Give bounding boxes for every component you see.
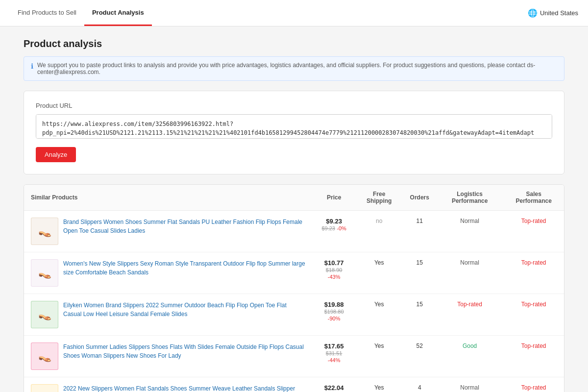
sales-value: Top-rated [521, 301, 546, 308]
logistics-value: Normal [460, 218, 479, 224]
logistics-value: Normal [460, 259, 479, 266]
table-row: 👡 Eilyken Women Brand Slippers 2022 Summ… [24, 294, 564, 336]
main-content: Product analysis ℹ We support you to pas… [10, 26, 578, 392]
price-details: $18.90 -43% [319, 267, 348, 280]
sales-value: Top-rated [521, 343, 546, 349]
product-cell: 👡 Eilyken Women Brand Slippers 2022 Summ… [24, 294, 313, 336]
col-header-logistics: Logistics Performance [436, 185, 503, 211]
url-card: Product URL Analyze [24, 91, 564, 174]
price-cell: $10.77 $18.90 -43% [313, 252, 355, 294]
sales-cell: Top-rated [503, 211, 564, 252]
shipping-value: Yes [374, 301, 384, 308]
sales-cell: Top-rated [503, 336, 564, 377]
product-thumbnail: 👡 [31, 384, 58, 392]
col-header-sales: Sales Performance [503, 185, 564, 211]
price-discount: -90% [328, 316, 341, 321]
price-current: $17.65 [319, 343, 348, 350]
results-table: Similar Products Price Free Shipping Ord… [24, 185, 564, 392]
price-details: $198.80 -90% [319, 308, 348, 322]
product-name-link[interactable]: Women's New Style Slippers Sexy Roman St… [63, 259, 306, 277]
table-header-row: Similar Products Price Free Shipping Ord… [24, 185, 564, 211]
product-thumbnail: 👡 [31, 259, 58, 287]
orders-cell: 52 [403, 336, 436, 377]
price-original: $31.51 [326, 350, 343, 356]
col-header-orders: Orders [403, 185, 436, 211]
orders-value: 15 [416, 301, 423, 308]
sales-value: Top-rated [521, 259, 546, 266]
tab-product-analysis[interactable]: Product Analysis [84, 0, 152, 26]
price-current: $19.88 [319, 301, 348, 308]
price-cell: $19.88 $198.80 -90% [313, 294, 355, 336]
orders-cell: 15 [403, 294, 436, 336]
logistics-cell: Normal [436, 211, 503, 252]
info-icon: ℹ [31, 62, 33, 70]
product-cell: 👡 Fashion Summer Ladies Slippers Shoes F… [24, 336, 313, 377]
logistics-value: Normal [460, 384, 479, 391]
shipping-cell: Yes [355, 377, 403, 392]
sales-cell: Top-rated [503, 377, 564, 392]
orders-value: 4 [418, 384, 421, 391]
col-header-product: Similar Products [24, 185, 313, 211]
orders-cell: 11 [403, 211, 436, 252]
price-original: $198.80 [324, 309, 344, 315]
price-current: $10.77 [319, 259, 348, 267]
globe-icon: 🌐 [528, 8, 538, 18]
price-details: $9.23 -0% [319, 225, 348, 232]
price-discount: -43% [328, 274, 341, 280]
price-details: $31.51 -44% [319, 350, 348, 364]
tab-find-products[interactable]: Find Products to Sell [10, 0, 84, 26]
url-input[interactable] [36, 114, 552, 139]
product-thumbnail: 👡 [31, 301, 58, 328]
price-original: $9.23 [321, 225, 335, 231]
table-row: 👡 2022 New Slippers Women Flat Sandals S… [24, 377, 564, 392]
price-cell: $17.65 $31.51 -44% [313, 336, 355, 377]
price-cell: $22.04 $36.74 -40% [313, 377, 355, 392]
shipping-cell: no [355, 211, 403, 252]
shipping-value: Yes [374, 259, 384, 266]
orders-value: 52 [416, 343, 423, 349]
product-thumbnail: 👡 [31, 343, 58, 370]
product-name-link[interactable]: Brand Slippers Women Shoes Summer Flat S… [63, 218, 306, 235]
sales-cell: Top-rated [503, 294, 564, 336]
col-header-price: Price [313, 185, 355, 211]
results-card: Similar Products Price Free Shipping Ord… [24, 184, 564, 392]
product-name-link[interactable]: Fashion Summer Ladies Slippers Shoes Fla… [63, 343, 306, 360]
col-header-shipping: Free Shipping [355, 185, 403, 211]
price-current: $22.04 [319, 384, 348, 392]
shipping-cell: Yes [355, 252, 403, 294]
shipping-cell: Yes [355, 336, 403, 377]
region-selector[interactable]: 🌐 United States [528, 8, 578, 18]
logistics-cell: Normal [436, 252, 503, 294]
nav-tabs: Find Products to Sell Product Analysis [10, 0, 152, 26]
product-name-link[interactable]: 2022 New Slippers Women Flat Sandals Sho… [63, 384, 306, 392]
info-banner: ℹ We support you to paste product links … [24, 56, 564, 81]
shipping-value: Yes [374, 343, 384, 349]
table-row: 👡 Women's New Style Slippers Sexy Roman … [24, 252, 564, 294]
orders-cell: 4 [403, 377, 436, 392]
logistics-cell: Normal [436, 377, 503, 392]
price-current: $9.23 [319, 218, 348, 225]
orders-value: 11 [416, 218, 423, 224]
logistics-value: Good [463, 343, 477, 349]
top-nav: Find Products to Sell Product Analysis 🌐… [0, 0, 588, 26]
logistics-cell: Good [436, 336, 503, 377]
shipping-value: no [376, 218, 382, 224]
product-name-link[interactable]: Eilyken Women Brand Slippers 2022 Summer… [63, 301, 306, 318]
product-cell: 👡 Women's New Style Slippers Sexy Roman … [24, 252, 313, 294]
price-discount: -0% [337, 225, 346, 231]
page-title: Product analysis [24, 38, 564, 49]
table-row: 👡 Brand Slippers Women Shoes Summer Flat… [24, 211, 564, 252]
product-cell: 👡 Brand Slippers Women Shoes Summer Flat… [24, 211, 313, 252]
sales-cell: Top-rated [503, 252, 564, 294]
product-cell: 👡 2022 New Slippers Women Flat Sandals S… [24, 377, 313, 392]
sales-value: Top-rated [521, 218, 546, 224]
table-row: 👡 Fashion Summer Ladies Slippers Shoes F… [24, 336, 564, 377]
logistics-value: Top-rated [457, 301, 482, 308]
price-original: $18.90 [326, 267, 343, 273]
analyze-button[interactable]: Analyze [36, 147, 76, 162]
url-label: Product URL [36, 102, 552, 109]
shipping-value: Yes [374, 384, 384, 391]
logistics-cell: Top-rated [436, 294, 503, 336]
product-thumbnail: 👡 [31, 218, 58, 245]
shipping-cell: Yes [355, 294, 403, 336]
